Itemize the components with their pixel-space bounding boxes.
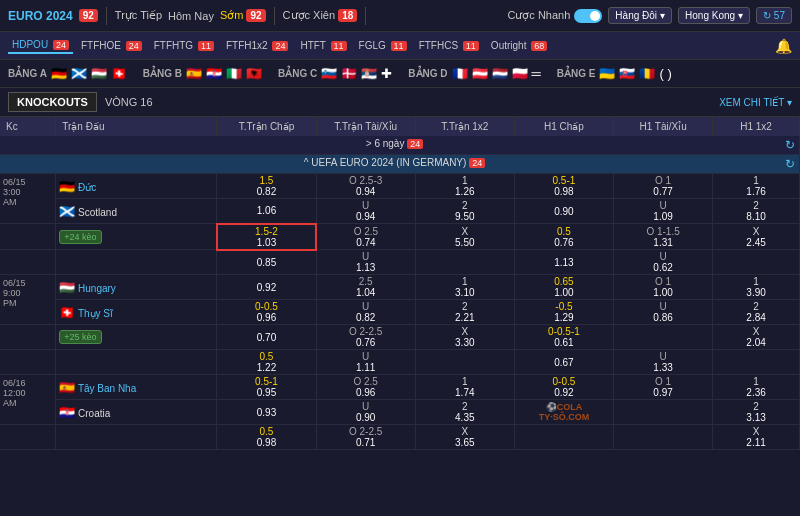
t1x2-esp-r3[interactable]: X 3.65 xyxy=(415,425,514,450)
txiu-duc-r3[interactable]: O 2.5 0.74 xyxy=(316,224,415,250)
nav-parlay[interactable]: Cược Xiên 18 xyxy=(283,9,358,22)
keo-btn-hun-label[interactable]: +25 kèo xyxy=(59,330,101,344)
group-c-flag2: 🇩🇰 xyxy=(341,66,357,81)
t1x2-hun-r3[interactable]: X 3.30 xyxy=(415,325,514,350)
keo-btn-duc-label[interactable]: +24 kèo xyxy=(59,230,101,244)
team1-esp-name[interactable]: Tây Ban Nha xyxy=(78,383,136,394)
team2-croatia[interactable]: 🇭🇷 Croatia xyxy=(56,400,217,425)
group-c[interactable]: BẢNG C 🇸🇮 🇩🇰 🇷🇸 ✚ xyxy=(278,66,392,81)
team1-duc-name[interactable]: Đức xyxy=(78,182,96,193)
h1xiu-duc-r2[interactable]: U 1.09 xyxy=(614,199,713,224)
bell-icon[interactable]: 🔔 xyxy=(775,38,792,54)
h1chap-esp-r1[interactable]: 0-0.5 0.92 xyxy=(514,375,613,400)
team2-croatia-name[interactable]: Croatia xyxy=(78,408,110,419)
nav-today[interactable]: Hôm Nay xyxy=(168,10,214,22)
txiu-hun-r3[interactable]: O 2-2.5 0.76 xyxy=(316,325,415,350)
tchap-duc-r3[interactable]: 1.5-2 1.03 xyxy=(217,224,316,250)
team1-esp[interactable]: 🇪🇸 Tây Ban Nha xyxy=(56,375,217,400)
h1xiu-duc-r4[interactable]: U 0.62 xyxy=(614,250,713,275)
team2-scotland[interactable]: 🏴󠁧󠁢󠁳󠁣󠁴󠁿 Scotland xyxy=(56,199,217,224)
team2-thuy-si-name[interactable]: Thụy Sĩ xyxy=(78,308,113,319)
keo-btn-duc[interactable]: +24 kèo xyxy=(56,224,217,250)
h1x2-duc-r2[interactable]: 2 8.10 xyxy=(713,199,800,224)
snav-ftfhcs[interactable]: FTFHCS 11 xyxy=(415,38,483,53)
h1chap-duc-r1[interactable]: 0.5-1 0.98 xyxy=(514,174,613,199)
h1chap-hun-r3[interactable]: 0-0.5-1 0.61 xyxy=(514,325,613,350)
h1xiu-hun-r4[interactable]: U 1.33 xyxy=(614,350,713,375)
h1chap-duc-r3[interactable]: 0.5 0.76 xyxy=(514,224,613,250)
t1x2-duc-r3[interactable]: X 5.50 xyxy=(415,224,514,250)
h1x2-esp-r1[interactable]: 1 2.36 xyxy=(713,375,800,400)
h1x2-hun-r1[interactable]: 1 3.90 xyxy=(713,275,800,300)
snav-fglg[interactable]: FGLG 11 xyxy=(355,38,411,53)
txiu-hun-r2[interactable]: U 0.82 xyxy=(316,300,415,325)
keo-btn-hun[interactable]: +25 kèo xyxy=(56,325,217,350)
tchap-hun-r4[interactable]: 0.5 1.22 xyxy=(217,350,316,375)
t1x2-esp-r1[interactable]: 1 1.74 xyxy=(415,375,514,400)
section-euro-refresh-icon[interactable]: ↻ xyxy=(785,157,795,171)
h1chap-duc-r4[interactable]: 1.13 xyxy=(514,250,613,275)
t1x2-hun-r1[interactable]: 1 3.10 xyxy=(415,275,514,300)
team2-scotland-name[interactable]: Scotland xyxy=(78,207,117,218)
tchap-esp-r2[interactable]: 0.93 xyxy=(217,400,316,425)
group-a[interactable]: BẢNG A 🇩🇪 🏴󠁧󠁢󠁳󠁣󠁴󠁿 🇭🇺 🇨🇭 xyxy=(8,66,127,81)
txiu-duc-r1[interactable]: O 2.5-3 0.94 xyxy=(316,174,415,199)
hang-doi-dropdown[interactable]: Hàng Đôi ▾ xyxy=(608,7,672,24)
h1xiu-duc-r1[interactable]: O 1 0.77 xyxy=(614,174,713,199)
refresh-button[interactable]: ↻ 57 xyxy=(756,7,792,24)
tchap-hun-r3[interactable]: 0.70 xyxy=(217,325,316,350)
t1x2-hun-r2[interactable]: 2 2.21 xyxy=(415,300,514,325)
tchap-esp-r1[interactable]: 0.5-1 0.95 xyxy=(217,375,316,400)
h1xiu-duc-r3[interactable]: O 1-1.5 1.31 xyxy=(614,224,713,250)
team2-thuy-si[interactable]: 🇨🇭 Thụy Sĩ xyxy=(56,300,217,325)
h1chap-duc-r2[interactable]: 0.90 xyxy=(514,199,613,224)
group-d[interactable]: BẢNG D 🇫🇷 🇦🇹 🇳🇱 🇵🇱 ═ xyxy=(408,66,540,81)
t1x2-esp-r2[interactable]: 2 4.35 xyxy=(415,400,514,425)
txiu-duc-r2[interactable]: U 0.94 xyxy=(316,199,415,224)
section-refresh-icon[interactable]: ↻ xyxy=(785,138,795,152)
h1xiu-hun-r1[interactable]: O 1 1.00 xyxy=(614,275,713,300)
h1chap-hun-r4[interactable]: 0.67 xyxy=(514,350,613,375)
snav-outright[interactable]: Outright 68 xyxy=(487,38,551,53)
team1-duc[interactable]: 🇩🇪 Đức xyxy=(56,174,217,199)
snav-hdpou[interactable]: HDPOU 24 xyxy=(8,37,73,54)
h1x2-duc-r3[interactable]: X 2.45 xyxy=(713,224,800,250)
group-e[interactable]: BẢNG E 🇺🇦 🇸🇰 🇷🇴 ( ) xyxy=(557,66,672,81)
t1x2-duc-r1[interactable]: 1 1.26 xyxy=(415,174,514,199)
txiu-hun-r1[interactable]: 2.5 1.04 xyxy=(316,275,415,300)
hong-kong-dropdown[interactable]: Hong Kong ▾ xyxy=(678,7,750,24)
snav-htft[interactable]: HTFT 11 xyxy=(296,38,350,53)
team1-hun[interactable]: 🇭🇺 Hungary xyxy=(56,275,217,300)
h1xiu-hun-r2[interactable]: U 0.86 xyxy=(614,300,713,325)
txiu-duc-r4[interactable]: U 1.13 xyxy=(316,250,415,275)
tchap-duc-r1[interactable]: 1.5 0.82 xyxy=(217,174,316,199)
tchap-duc-r2[interactable]: 1.06 xyxy=(217,199,316,224)
view-detail-link[interactable]: XEM CHI TIẾT ▾ xyxy=(719,97,792,108)
h1x2-hun-r3[interactable]: X 2.04 xyxy=(713,325,800,350)
tchap-hun-r1[interactable]: 0.92 xyxy=(217,275,316,300)
h1x2-hun-r2[interactable]: 2 2.84 xyxy=(713,300,800,325)
quick-bet-toggle[interactable] xyxy=(574,9,602,23)
tchap-duc-r4[interactable]: 0.85 xyxy=(217,250,316,275)
h1x2-duc-r1[interactable]: 1 1.76 xyxy=(713,174,800,199)
snav-ftfhtg[interactable]: FTFHTG 11 xyxy=(150,38,218,53)
nav-early[interactable]: Sớm 92 xyxy=(220,9,266,22)
snav-ftfh1x2[interactable]: FTFH1x2 24 xyxy=(222,38,292,53)
tchap-esp-r3[interactable]: 0.5 0.98 xyxy=(217,425,316,450)
h1chap-hun-r1[interactable]: 0.65 1.00 xyxy=(514,275,613,300)
h1chap-hun-r2[interactable]: -0.5 1.29 xyxy=(514,300,613,325)
group-b[interactable]: BẢNG B 🇪🇸 🇭🇷 🇮🇹 🇦🇱 xyxy=(143,66,262,81)
snav-ftfhoe[interactable]: FTFHOE 24 xyxy=(77,38,146,53)
team1-hun-name[interactable]: Hungary xyxy=(78,283,116,294)
h1x2-esp-r3[interactable]: X 2.11 xyxy=(713,425,800,450)
txiu-esp-r3[interactable]: O 2-2.5 0.71 xyxy=(316,425,415,450)
h1xiu-esp-r1[interactable]: O 1 0.97 xyxy=(614,375,713,400)
nav-live[interactable]: Trực Tiếp xyxy=(115,9,162,22)
txiu-hun-r4[interactable]: U 1.11 xyxy=(316,350,415,375)
h1x2-esp-r2[interactable]: 2 3.13 xyxy=(713,400,800,425)
tchap-hun-r2[interactable]: 0-0.5 0.96 xyxy=(217,300,316,325)
txiu-esp-r1[interactable]: O 2.5 0.96 xyxy=(316,375,415,400)
knockouts-label[interactable]: KNOCKOUTS xyxy=(8,92,97,112)
txiu-esp-r2[interactable]: U 0.90 xyxy=(316,400,415,425)
t1x2-duc-r2[interactable]: 2 9.50 xyxy=(415,199,514,224)
